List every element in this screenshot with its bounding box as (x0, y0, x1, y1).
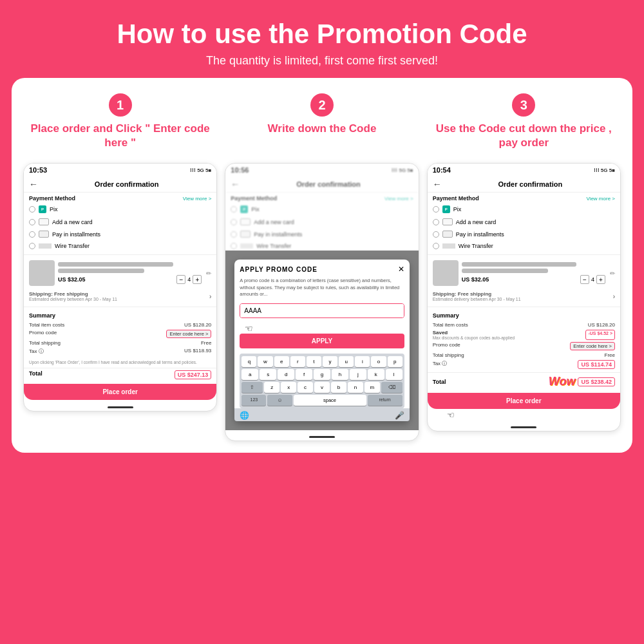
phone-2-time: 10:56 (231, 166, 249, 174)
tax-label-3: Tax ⓘ (433, 360, 448, 369)
promo-modal-title: APPLY PROMO CODE (240, 266, 317, 273)
wow-text-3: Wow (549, 375, 576, 388)
step-3: 3 Use the Code cut down the price , pay … (427, 93, 621, 441)
key-i[interactable]: i (355, 356, 370, 367)
mic-icon[interactable]: 🎤 (395, 411, 404, 420)
key-a[interactable]: a (242, 369, 258, 380)
tax-value-1: US $118.93 (184, 348, 211, 355)
product-price-3: US $32.05 (462, 276, 489, 283)
key-k[interactable]: k (368, 369, 384, 380)
key-r[interactable]: r (290, 356, 305, 367)
key-123[interactable]: 123 (242, 395, 266, 406)
key-o[interactable]: o (371, 356, 386, 367)
pix-label-3: Pix (453, 206, 462, 213)
card-label-3: Add a new card (456, 219, 497, 225)
key-l[interactable]: l (386, 369, 402, 380)
key-v[interactable]: v (314, 382, 330, 393)
shipping-sum-value-1: Free (201, 340, 211, 346)
total-value-1: US $247.13 (175, 370, 212, 379)
key-q[interactable]: q (242, 356, 256, 367)
step-2-phone: 10:56 ⁞⁞⁞ 5G 5■ ← Order confirmation Pay… (225, 163, 419, 441)
key-c[interactable]: c (298, 382, 313, 393)
key-shift[interactable]: ⇧ (242, 382, 263, 393)
shipping-sum-label-3: Total shipping (433, 352, 464, 358)
step-1: 1 Place order and Click " Enter code her… (23, 93, 217, 441)
phone-3-time: 10:54 (433, 166, 451, 174)
cursor-icon: ☜ (245, 323, 253, 334)
phone-1-signal: ⁞⁞⁞ 5G 5■ (190, 167, 211, 173)
shipping-note-3: Estimated delivery between Apr 30 - May … (433, 297, 521, 301)
step-1-label: Place order and Click " Enter code here … (23, 122, 217, 155)
key-y[interactable]: y (323, 356, 337, 367)
key-f[interactable]: f (296, 369, 312, 380)
key-m[interactable]: m (365, 382, 380, 393)
key-u[interactable]: u (339, 356, 354, 367)
page-subtitle: The quantity is limited, first come firs… (13, 54, 631, 68)
installment-label-3: Pay in installments (456, 231, 504, 238)
wire-label-1: Wire Transfer (55, 243, 90, 249)
close-icon[interactable]: ✕ (398, 265, 404, 274)
total-item-label-3: Total item costs (433, 322, 468, 328)
place-order-btn-1[interactable]: Place order (24, 384, 216, 400)
key-b[interactable]: b (331, 382, 346, 393)
key-w[interactable]: w (258, 356, 272, 367)
pix-label-1: Pix (50, 206, 58, 213)
total-label-3: Total (433, 379, 446, 385)
key-backspace[interactable]: ⌫ (381, 382, 402, 393)
key-n[interactable]: n (348, 382, 363, 393)
key-d[interactable]: d (278, 369, 294, 380)
view-more-1[interactable]: View more > (183, 196, 212, 202)
shipping-sum-label-1: Total shipping (29, 340, 61, 346)
nav-title-1: Order confirmation (42, 180, 211, 188)
apply-button[interactable]: APPLY (240, 334, 404, 348)
header: How to use the Promotion Code The quanti… (0, 0, 644, 78)
saved-value-3[interactable]: -US $4.52 > (585, 330, 615, 340)
shipping-label-1: Shipping: Free shipping (29, 291, 117, 297)
step-2-label: Write down the Code (268, 122, 377, 155)
key-p[interactable]: p (388, 356, 402, 367)
promo-modal: APPLY PROMO CODE ✕ A promo code is a com… (234, 260, 409, 421)
saved-label-3: Saved (433, 330, 515, 336)
view-more-3[interactable]: View more > (586, 196, 615, 202)
enter-code-btn-1[interactable]: Enter code here > (166, 330, 211, 338)
wire-label-3: Wire Transfer (459, 243, 493, 249)
total-value-3: US $238.42 (578, 377, 615, 386)
key-s[interactable]: s (260, 369, 276, 380)
page-title: How to use the Promotion Code (13, 18, 631, 50)
key-z[interactable]: z (264, 382, 279, 393)
promo-input-row (240, 303, 404, 318)
promo-label-1: Promo code (29, 330, 57, 338)
step-3-number: 3 (512, 93, 535, 117)
step-3-label: Use the Code cut down the price , pay or… (427, 122, 621, 155)
shipping-sum-value-3: Free (605, 352, 615, 358)
key-x[interactable]: x (281, 382, 296, 393)
place-order-btn-3[interactable]: Place order (428, 393, 620, 409)
step-2: 2 Write down the Code 10:56 ⁞⁞⁞ 5G 5■ ← … (225, 93, 419, 441)
shipping-note-1: Estimated delivery between Apr 30 - May … (29, 297, 117, 301)
main-card: 1 Place order and Click " Enter code her… (12, 78, 632, 453)
terms-1: Upon clicking 'Place Order', I confirm I… (24, 358, 216, 367)
promo-code-input[interactable] (240, 304, 403, 317)
step-1-phone: 10:53 ⁞⁞⁞ 5G 5■ ← Order confirmation Pay… (23, 163, 217, 411)
key-return[interactable]: return (368, 395, 402, 406)
payment-label-3: Payment Method (433, 195, 479, 202)
qty-3: 4 (591, 276, 594, 283)
saved-note-3: Max discounts & coupon codes auto-applie… (433, 336, 515, 340)
steps-row: 1 Place order and Click " Enter code her… (23, 93, 621, 441)
key-space[interactable]: space (294, 395, 366, 406)
key-t[interactable]: t (307, 356, 321, 367)
phone-1-time: 10:53 (29, 166, 47, 174)
enter-code-btn-3[interactable]: Enter code here > (570, 342, 615, 350)
back-icon: ← (29, 179, 38, 189)
key-emoji[interactable]: ☺ (267, 395, 292, 406)
shipping-label-3: Shipping: Free shipping (433, 291, 521, 297)
key-h[interactable]: h (332, 369, 348, 380)
payment-label-1: Payment Method (29, 195, 75, 202)
key-g[interactable]: g (314, 369, 330, 380)
globe-icon[interactable]: 🌐 (240, 411, 249, 420)
promo-label-3: Promo code (433, 342, 460, 350)
key-j[interactable]: j (350, 369, 366, 380)
installment-label-1: Pay in installments (52, 231, 100, 238)
total-item-value-3: US $128.20 (588, 322, 615, 328)
key-e[interactable]: e (274, 356, 289, 367)
